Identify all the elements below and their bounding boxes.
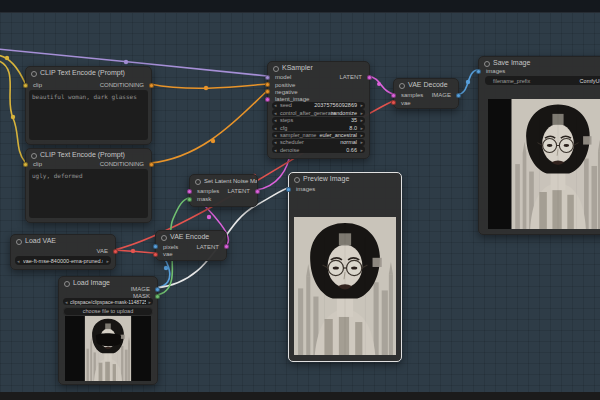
input-label: negative bbox=[275, 89, 298, 95]
wire-clip-positive[interactable] bbox=[0, 55, 25, 83]
input-port-negative[interactable] bbox=[265, 89, 270, 94]
input-label: vae bbox=[401, 100, 411, 106]
widget-cfg[interactable]: cfg 8.0 bbox=[272, 124, 365, 131]
output-port-latent[interactable] bbox=[255, 189, 260, 194]
output-port-image[interactable] bbox=[456, 93, 461, 98]
input-port-vae[interactable] bbox=[153, 252, 158, 257]
widget-sampler-name[interactable]: sampler_name euler_ancestral bbox=[272, 132, 365, 139]
collapse-icon[interactable] bbox=[31, 71, 37, 77]
node-clip-text-encode-negative[interactable]: CLIP Text Encode (Prompt) clip CONDITION… bbox=[25, 148, 152, 223]
output-port-latent[interactable] bbox=[224, 244, 229, 249]
save-image-preview bbox=[488, 99, 600, 229]
output-label: CONDITIONING bbox=[100, 161, 144, 167]
widget-name: filename_prefix bbox=[493, 78, 530, 84]
widget-value: 35 bbox=[351, 117, 357, 123]
output-label: LATENT bbox=[196, 244, 219, 250]
wire-image-to-save-dot[interactable] bbox=[466, 80, 470, 84]
input-label: positive bbox=[275, 82, 295, 88]
collapse-icon[interactable] bbox=[399, 83, 405, 89]
output-port-mask[interactable] bbox=[155, 294, 160, 299]
input-port-images[interactable] bbox=[286, 187, 291, 192]
widget-control-after-generate[interactable]: control_after_generate randomize bbox=[272, 109, 365, 116]
collapse-icon[interactable] bbox=[484, 61, 490, 67]
output-port-conditioning[interactable] bbox=[149, 162, 154, 167]
collapse-icon[interactable] bbox=[64, 281, 70, 287]
menu-bar bbox=[0, 0, 600, 13]
output-port-latent[interactable] bbox=[367, 75, 372, 80]
wire-cond-positive-dot[interactable] bbox=[204, 86, 208, 90]
input-label: images bbox=[486, 68, 505, 74]
collapse-icon[interactable] bbox=[273, 66, 279, 72]
output-port-image[interactable] bbox=[155, 287, 160, 292]
node-title[interactable]: Load VAE bbox=[11, 235, 115, 247]
wire-image-to-encode-dot[interactable] bbox=[164, 266, 168, 270]
collapse-icon[interactable] bbox=[16, 239, 22, 245]
input-label: samples bbox=[401, 92, 423, 98]
widget-name: steps bbox=[280, 117, 293, 123]
collapse-icon[interactable] bbox=[31, 153, 37, 159]
wire-clip-negative-dot[interactable] bbox=[11, 115, 15, 119]
input-port-images[interactable] bbox=[476, 69, 481, 74]
wire-cond-negative[interactable] bbox=[150, 91, 267, 163]
wire-latent-sampler-to-decode-dot[interactable] bbox=[377, 82, 381, 86]
widget-seed[interactable]: seed 20375756092869 bbox=[272, 102, 365, 109]
output-port-vae[interactable] bbox=[113, 249, 118, 254]
output-label: VAE bbox=[96, 248, 108, 254]
prompt-textarea[interactable]: ugly, deformed bbox=[29, 169, 148, 218]
input-port-pixels[interactable] bbox=[153, 244, 158, 249]
input-port-positive[interactable] bbox=[265, 82, 270, 87]
node-title[interactable]: Preview Image bbox=[289, 173, 401, 185]
input-label: clip bbox=[33, 161, 42, 167]
choose-file-button[interactable]: choose file to upload bbox=[63, 307, 153, 317]
widget-value: euler_ancestral bbox=[319, 132, 357, 138]
output-port-conditioning[interactable] bbox=[149, 83, 154, 88]
input-port-vae[interactable] bbox=[391, 100, 396, 105]
widget-value: 8.0 bbox=[349, 125, 357, 131]
node-save-image[interactable]: Save Image images filename_prefix ComfyU… bbox=[478, 56, 600, 235]
widget-image-filename[interactable]: clipspace/clipspace-mask-11487256.899999… bbox=[63, 298, 153, 305]
input-port-samples[interactable] bbox=[187, 189, 192, 194]
node-ksampler[interactable]: KSampler model positive negative latent_… bbox=[267, 61, 370, 159]
collapse-icon[interactable] bbox=[161, 235, 167, 241]
node-set-latent-noise-mask[interactable]: Set Latent Noise Mask samples mask LATEN… bbox=[189, 174, 258, 207]
collapse-icon[interactable] bbox=[195, 179, 201, 185]
wire-latent-encode-to-mask-dot[interactable] bbox=[207, 215, 211, 219]
input-port-latent-image[interactable] bbox=[265, 97, 270, 102]
prompt-textarea[interactable]: beautiful woman, dark glasses bbox=[29, 90, 148, 140]
widget-filename-prefix[interactable]: filename_prefix ComfyUI bbox=[485, 76, 600, 85]
widget-name: seed bbox=[280, 102, 292, 108]
node-clip-text-encode-positive[interactable]: CLIP Text Encode (Prompt) clip CONDITION… bbox=[25, 66, 152, 145]
widget-steps[interactable]: steps 35 bbox=[272, 117, 365, 124]
node-title[interactable]: CLIP Text Encode (Prompt) bbox=[26, 149, 151, 161]
collapse-icon[interactable] bbox=[294, 177, 300, 183]
node-title[interactable]: KSampler bbox=[268, 62, 369, 74]
widget-vae-name[interactable]: vae-ft-mse-840000-ema-pruned.safetensors bbox=[15, 256, 111, 265]
widget-value: randomize bbox=[331, 110, 357, 116]
widget-scheduler[interactable]: scheduler normal bbox=[272, 139, 365, 146]
input-port-samples[interactable] bbox=[391, 93, 396, 98]
widget-value: clipspace/clipspace-mask-11487256.899999… bbox=[70, 299, 146, 305]
wire-cond-negative-dot[interactable] bbox=[211, 139, 215, 143]
node-preview-image[interactable]: Preview Image images bbox=[288, 172, 402, 362]
input-label: pixels bbox=[163, 244, 178, 250]
input-port-clip[interactable] bbox=[23, 162, 28, 167]
input-port-clip[interactable] bbox=[23, 83, 28, 88]
node-load-image[interactable]: Load Image IMAGE MASK clipspace/clipspac… bbox=[58, 276, 158, 385]
widget-name: sampler_name bbox=[280, 132, 316, 138]
input-port-model[interactable] bbox=[265, 75, 270, 80]
node-vae-encode[interactable]: VAE Encode pixels vae LATENT bbox=[155, 230, 227, 261]
widget-name: scheduler bbox=[280, 139, 304, 145]
wire-clip-positive-dot[interactable] bbox=[5, 56, 9, 60]
widget-value: normal bbox=[340, 139, 357, 145]
wire-vae-to-encode-dot[interactable] bbox=[131, 249, 135, 253]
widget-name: cfg bbox=[280, 125, 287, 131]
node-load-vae[interactable]: Load VAE VAE vae-ft-mse-840000-ema-prune… bbox=[10, 234, 116, 270]
widget-denoise[interactable]: denoise 0.66 bbox=[272, 146, 365, 153]
wire-cond-positive[interactable] bbox=[150, 84, 267, 88]
input-label: vae bbox=[163, 251, 173, 257]
graph-canvas[interactable]: CLIP Text Encode (Prompt) clip CONDITION… bbox=[0, 0, 600, 400]
node-vae-decode[interactable]: VAE Decode samples vae IMAGE bbox=[393, 78, 459, 109]
input-port-mask[interactable] bbox=[187, 197, 192, 202]
wire-model-dot[interactable] bbox=[124, 60, 128, 64]
node-title[interactable]: CLIP Text Encode (Prompt) bbox=[26, 67, 151, 79]
